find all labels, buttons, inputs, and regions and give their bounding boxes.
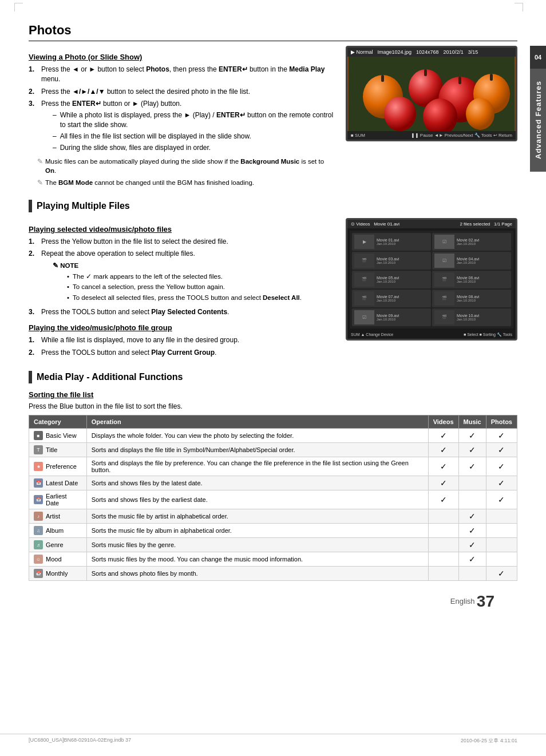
chapter-number: 04 bbox=[530, 46, 546, 69]
table-row: TTitle Sorts and displays the file title… bbox=[29, 443, 517, 457]
ps-step-3: 3. Press the TOOLS button and select Pla… bbox=[29, 307, 334, 317]
svg-rect-2 bbox=[381, 75, 384, 82]
table-row: ♬Genre Sorts music files by the genre. ✓ bbox=[29, 538, 517, 552]
tv2-item-6: 🎬 Movie 06.avi Jan.10.2010 bbox=[432, 271, 511, 288]
step-1: 1. Press the ◄ or ► button to select Pho… bbox=[29, 65, 334, 84]
apple-image bbox=[347, 57, 516, 131]
col-videos: Videos bbox=[428, 415, 458, 429]
sorting-intro: Press the Blue button in the file list t… bbox=[29, 402, 517, 410]
step-2: 2. Press the ◄/►/▲/▼ button to select th… bbox=[29, 87, 334, 97]
footer: [UC6800_USA]BN68-02910A-02Eng.indb 37 20… bbox=[0, 734, 546, 747]
media-play-title: Media Play - Additional Functions bbox=[37, 372, 183, 382]
playing-multiple-header: Playing Multiple Files bbox=[29, 200, 517, 212]
tv-screen-2: ⊙ Videos Movie 01.avi 2 files selected 1… bbox=[346, 218, 517, 341]
pg-step-2: 2. Press the TOOLS button and select Pla… bbox=[29, 348, 334, 358]
note-2: The BGM Mode cannot be changed until the… bbox=[37, 178, 334, 187]
tv2-item-1: ▶ Movie 01.avi Jan.10.2010 bbox=[352, 233, 431, 251]
table-row: ☺Mood Sorts music files by the mood. You… bbox=[29, 552, 517, 567]
svg-rect-8 bbox=[490, 74, 493, 81]
table-row: 📅Latest Date Sorts and shows files by th… bbox=[29, 476, 517, 490]
svg-point-11 bbox=[466, 98, 494, 130]
playing-selected-subtitle: Playing selected video/music/photo files bbox=[29, 225, 334, 233]
footer-left: [UC6800_USA]BN68-02910A-02Eng.indb 37 bbox=[29, 737, 131, 745]
chapter-tab: Advanced Features bbox=[530, 69, 546, 172]
svg-point-9 bbox=[384, 97, 416, 131]
playing-selected-steps: 1. Press the Yellow button in the file l… bbox=[29, 237, 334, 317]
tv-screen-1-footer: ■ SUM ❚❚ Pause ◄► Previous/Next 🔧 Tools … bbox=[347, 131, 516, 140]
sorting-subtitle: Sorting the file list bbox=[29, 390, 517, 399]
note-bullets: The ✓ mark appears to the left of the se… bbox=[67, 272, 302, 302]
tv-screen-1-container: ▶ Normal Image1024.jpg 1024x768 2010/2/1… bbox=[346, 46, 517, 189]
playing-group-subtitle: Playing the video/music/photo file group bbox=[29, 323, 334, 332]
viewing-photo-subtitle: Viewing a Photo (or Slide Show) bbox=[29, 53, 334, 61]
corner-mark-tr bbox=[515, 3, 523, 11]
table-row: 📆Monthly Sorts and shows photo files by … bbox=[29, 567, 517, 581]
tv2-item-4: ☑ Movie 04.avi Jan.10.2010 bbox=[432, 252, 511, 270]
table-row: ♫Album Sorts the music file by album in … bbox=[29, 524, 517, 538]
apple-svg bbox=[349, 57, 515, 131]
pg-step-1: 1. While a file list is displayed, move … bbox=[29, 335, 334, 345]
corner-mark-tl bbox=[14, 3, 23, 11]
note-1: Music files can be automatically played … bbox=[37, 157, 334, 175]
ps-step-1: 1. Press the Yellow button in the file l… bbox=[29, 237, 334, 247]
note-block: ✎ NOTE The ✓ mark appears to the left of… bbox=[53, 261, 302, 302]
col-music: Music bbox=[458, 415, 486, 429]
ps-step-2: 2. Repeat the above operation to select … bbox=[29, 249, 334, 304]
tv2-grid-container: ▶ Movie 01.avi Jan.10.2010 ☑ bbox=[347, 228, 516, 331]
sorting-section: Sorting the file list Press the Blue but… bbox=[29, 390, 517, 581]
col-photos: Photos bbox=[486, 415, 517, 429]
step-3-bullets: While a photo list is displayed, press t… bbox=[53, 110, 334, 152]
table-row: 📅Earliest Date Sorts and shows files by … bbox=[29, 490, 517, 509]
tv2-item-2: ☑ Movie 02.avi Jan.10.2010 bbox=[432, 233, 511, 251]
tv2-item-9: ☑ Movie 09.avi Jan.10.2010 bbox=[352, 308, 431, 326]
viewing-photo-text: Viewing a Photo (or Slide Show) 1. Press… bbox=[29, 46, 334, 189]
tv-screen-1-header: ▶ Normal Image1024.jpg 1024x768 2010/2/1… bbox=[347, 48, 516, 57]
svg-rect-6 bbox=[458, 77, 461, 84]
footer-right: 2010-06-25 오후 4:11:01 bbox=[461, 737, 517, 745]
tv2-item-7: 🎬 Movie 07.avi Jan.10.2010 bbox=[352, 290, 431, 307]
tv2-item-10: 🎬 Movie 10.avi Jan.10.2010 bbox=[432, 308, 511, 326]
tv-screen-1: ▶ Normal Image1024.jpg 1024x768 2010/2/1… bbox=[346, 46, 517, 141]
playing-multiple-title: Playing Multiple Files bbox=[37, 201, 130, 211]
tv2-grid: ▶ Movie 01.avi Jan.10.2010 ☑ bbox=[350, 231, 513, 328]
section-bar-2 bbox=[29, 371, 32, 383]
sorting-table: Category Operation Videos Music Photos ■… bbox=[29, 415, 517, 581]
playing-group-steps: 1. While a file list is displayed, move … bbox=[29, 335, 334, 358]
col-category: Category bbox=[29, 415, 87, 429]
viewing-photo-steps: 1. Press the ◄ or ► button to select Pho… bbox=[29, 65, 334, 154]
playing-multiple-text: Playing selected video/music/photo files… bbox=[29, 218, 334, 361]
table-body: ■Basic View Displays the whole folder. Y… bbox=[29, 429, 517, 581]
tv2-item-3: 🎬 Movie 03.avi Jan.10.2010 bbox=[352, 252, 431, 270]
step-3: 3. Press the ENTER↵ button or ► (Play) b… bbox=[29, 99, 334, 154]
page-number-area: English 37 bbox=[29, 592, 494, 611]
page-container: 04 Advanced Features Photos Viewing a Ph… bbox=[0, 0, 546, 756]
tv-screen-2-container: ⊙ Videos Movie 01.avi 2 files selected 1… bbox=[346, 218, 517, 361]
media-play-header: Media Play - Additional Functions bbox=[29, 371, 517, 383]
tv-screen-1-image bbox=[347, 57, 516, 131]
table-row: ★Preference Sorts and displays the file … bbox=[29, 457, 517, 476]
page-title: Photos bbox=[29, 23, 517, 41]
tv2-header: ⊙ Videos Movie 01.avi 2 files selected 1… bbox=[347, 220, 516, 228]
english-label: English bbox=[450, 597, 475, 605]
viewing-photo-section: Viewing a Photo (or Slide Show) 1. Press… bbox=[29, 46, 517, 189]
table-row: ■Basic View Displays the whole folder. Y… bbox=[29, 429, 517, 443]
playing-multiple-section: Playing selected video/music/photo files… bbox=[29, 218, 517, 361]
tv2-item-8: 🎬 Movie 08.avi Jan.10.2010 bbox=[432, 290, 511, 307]
svg-rect-4 bbox=[424, 69, 427, 76]
table-row: ♪Artist Sorts the music file by artist i… bbox=[29, 509, 517, 524]
col-operation: Operation bbox=[86, 415, 428, 429]
tv2-footer: SUM ▲ Change Device ■ Select ■ Sorting 🔧… bbox=[347, 331, 516, 339]
section-bar-1 bbox=[29, 200, 32, 212]
table-header-row: Category Operation Videos Music Photos bbox=[29, 415, 517, 429]
page-number: 37 bbox=[477, 592, 494, 610]
tv2-item-5: 🎬 Movie 05.avi Jan.10.2010 bbox=[352, 271, 431, 288]
